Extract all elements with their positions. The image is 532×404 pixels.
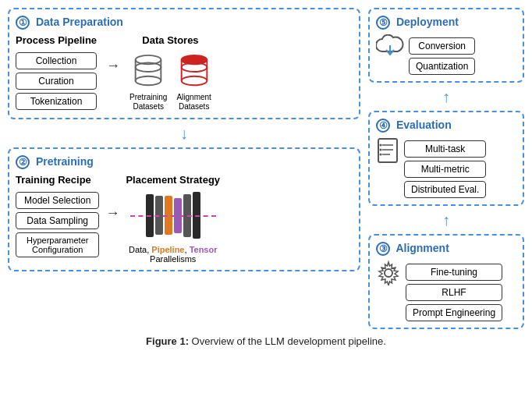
arrow-evaluation-to-alignment: ↑ xyxy=(368,212,524,228)
placement-title: Placement Strategy xyxy=(126,174,220,186)
section-number-1: ① xyxy=(16,16,30,30)
pipeline-item-collection: Collection xyxy=(16,52,97,69)
conversion-item: Conversion xyxy=(409,37,475,55)
section-number-4: ④ xyxy=(376,119,390,133)
distributed-eval-item: Distributed Eval. xyxy=(404,181,486,198)
training-recipe: Training Recipe Model Selection Data Sam… xyxy=(16,174,99,257)
cloud-icon xyxy=(376,34,404,61)
pipeline-item-curation: Curation xyxy=(16,73,97,90)
section-number-5: ⑤ xyxy=(376,16,390,30)
placement-strategy: Placement Strategy Data, P xyxy=(126,174,220,264)
figure-caption: Figure 1: Overview of the LLM developmen… xyxy=(146,335,386,347)
alignment-datasets-icon: AlignmentDatasets xyxy=(176,52,211,112)
arrow-pipeline-to-stores: → xyxy=(106,34,120,74)
arrow-dataprep-to-pretraining: ↓ xyxy=(8,126,360,141)
deployment-items: Conversion Quantization xyxy=(409,37,475,75)
svg-point-10 xyxy=(181,76,207,86)
model-selection-item: Model Selection xyxy=(16,192,99,209)
data-preparation-section: ① Data Preparation Process Pipeline Coll… xyxy=(8,8,360,119)
pipeline-item-tokenization: Tokenization xyxy=(16,93,97,110)
data-stores-title: Data Stores xyxy=(142,34,198,46)
deployment-title: ⑤ Deployment xyxy=(376,16,516,30)
eval-icon xyxy=(376,137,399,168)
pretraining-title: ② Pretraining xyxy=(16,155,353,169)
arrow-recipe-to-placement: → xyxy=(105,174,119,221)
data-sampling-item: Data Sampling xyxy=(16,212,99,229)
data-stores-icons: PretrainingDatasets AlignmentDat xyxy=(129,52,211,112)
parallelism-visualization xyxy=(138,192,208,239)
evaluation-section: ④ Evaluation Multi-task xyxy=(368,111,524,206)
rlhf-item: RLHF xyxy=(406,284,502,301)
alignment-section: ③ Alignment Fine-tuning RLHF Prompt Engi… xyxy=(368,234,524,329)
svg-point-18 xyxy=(380,149,382,151)
alignment-title: ③ Alignment xyxy=(376,242,516,256)
section-number-3: ③ xyxy=(376,242,390,256)
data-stores: Data Stores xyxy=(129,34,211,112)
multitask-item: Multi-task xyxy=(404,140,486,158)
evaluation-title: ④ Evaluation xyxy=(376,119,516,133)
arrow-deployment-to-evaluation: ↑ xyxy=(368,89,524,105)
gear-icon xyxy=(376,260,401,291)
parallelism-text: Data, Pipeline, Tensor Parallelisms xyxy=(129,245,218,264)
multimetric-item: Multi-metric xyxy=(404,161,486,178)
alignment-items: Fine-tuning RLHF Prompt Engineering xyxy=(406,264,502,321)
svg-point-17 xyxy=(380,144,382,147)
caption-text: Overview of the LLM development pipeline… xyxy=(192,335,386,347)
caption-bold: Figure 1: xyxy=(146,335,189,347)
process-pipeline: Process Pipeline Collection Curation Tok… xyxy=(16,34,97,110)
quantization-item: Quantization xyxy=(409,58,475,75)
deployment-section: ⑤ Deployment Conversion Quantization xyxy=(368,8,524,83)
pipeline-title: Process Pipeline xyxy=(16,34,97,46)
training-recipe-title: Training Recipe xyxy=(16,174,99,186)
pretraining-datasets-icon: PretrainingDatasets xyxy=(129,52,167,112)
data-prep-title: ① Data Preparation xyxy=(16,16,353,30)
prompt-engineering-item: Prompt Engineering xyxy=(406,304,502,321)
finetuning-item: Fine-tuning xyxy=(406,264,502,281)
section-number-2: ② xyxy=(16,155,30,169)
pretraining-section: ② Pretraining Training Recipe Model Sele… xyxy=(8,147,360,271)
svg-point-3 xyxy=(136,76,161,86)
hyperparameter-item: HyperparameterConfiguration xyxy=(16,232,99,257)
evaluation-items: Multi-task Multi-metric Distributed Eval… xyxy=(404,140,486,198)
svg-point-19 xyxy=(380,154,382,156)
svg-point-20 xyxy=(385,269,392,277)
